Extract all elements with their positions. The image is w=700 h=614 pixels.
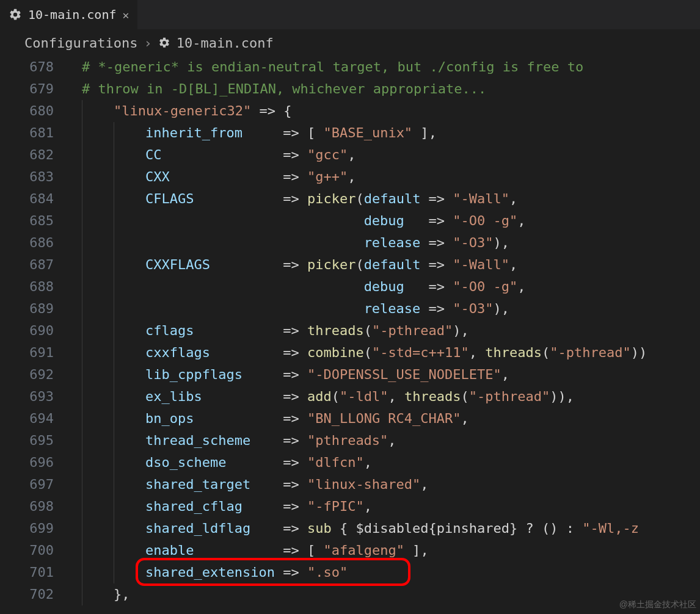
- line-number: 678: [0, 56, 67, 78]
- chevron-right-icon: ›: [144, 35, 151, 51]
- code-line[interactable]: 696dso_scheme => "dlfcn",: [0, 452, 700, 474]
- tab-filename: 10-main.conf: [28, 7, 117, 22]
- line-number: 698: [0, 496, 67, 518]
- code-line[interactable]: 700enable => [ "afalgeng" ],: [0, 540, 700, 562]
- code-content[interactable]: debug => "-O0 -g",: [145, 276, 526, 298]
- code-line[interactable]: 692lib_cppflags => "-DOPENSSL_USE_NODELE…: [0, 364, 700, 386]
- gear-icon: [9, 8, 22, 21]
- code-content[interactable]: cxxflags => combine("-std=c++11", thread…: [145, 342, 647, 364]
- tab-bar: 10-main.conf ✕: [0, 0, 700, 29]
- code-line[interactable]: 688 debug => "-O0 -g",: [0, 276, 700, 298]
- code-line[interactable]: 678# *-generic* is endian-neutral target…: [0, 56, 700, 78]
- watermark: @稀土掘金技术社区: [619, 599, 696, 610]
- line-number: 690: [0, 320, 67, 342]
- code-line[interactable]: 685 debug => "-O0 -g",: [0, 210, 700, 232]
- code-line[interactable]: 693ex_libs => add("-ldl", threads("-pthr…: [0, 386, 700, 408]
- line-number: 696: [0, 452, 67, 474]
- code-content[interactable]: release => "-O3"),: [145, 298, 509, 320]
- breadcrumb-file[interactable]: 10-main.conf: [177, 35, 274, 51]
- code-line[interactable]: 691cxxflags => combine("-std=c++11", thr…: [0, 342, 700, 364]
- line-number: 700: [0, 540, 67, 562]
- code-line[interactable]: 679# throw in -D[BL]_ENDIAN, whichever a…: [0, 78, 700, 100]
- code-content[interactable]: "linux-generic32" => {: [114, 100, 291, 122]
- code-line[interactable]: 689 release => "-O3"),: [0, 298, 700, 320]
- code-line[interactable]: 690cflags => threads("-pthread"),: [0, 320, 700, 342]
- code-editor[interactable]: 678# *-generic* is endian-neutral target…: [0, 56, 700, 605]
- code-content[interactable]: ex_libs => add("-ldl", threads("-pthread…: [145, 386, 574, 408]
- line-number: 684: [0, 188, 67, 210]
- code-content[interactable]: # *-generic* is endian-neutral target, b…: [82, 56, 583, 78]
- code-content[interactable]: shared_extension => ".so": [145, 562, 348, 583]
- close-icon[interactable]: ✕: [123, 9, 129, 21]
- line-number: 680: [0, 100, 67, 122]
- line-number: 697: [0, 474, 67, 496]
- code-line[interactable]: 694bn_ops => "BN_LLONG RC4_CHAR",: [0, 408, 700, 430]
- code-line[interactable]: 695thread_scheme => "pthreads",: [0, 430, 700, 452]
- line-number: 693: [0, 386, 67, 408]
- line-number: 686: [0, 232, 67, 254]
- code-content[interactable]: enable => [ "afalgeng" ],: [145, 540, 429, 562]
- code-content[interactable]: release => "-O3"),: [145, 232, 509, 254]
- code-line[interactable]: 681inherit_from => [ "BASE_unix" ],: [0, 122, 700, 144]
- code-content[interactable]: shared_ldflag => sub { $disabled{pinshar…: [145, 518, 639, 540]
- code-content[interactable]: CXX => "g++",: [145, 166, 355, 188]
- code-content[interactable]: thread_scheme => "pthreads",: [145, 430, 396, 452]
- code-content[interactable]: dso_scheme => "dlfcn",: [145, 452, 372, 474]
- code-content[interactable]: # throw in -D[BL]_ENDIAN, whichever appr…: [82, 78, 486, 100]
- code-content[interactable]: CFLAGS => picker(default => "-Wall",: [145, 188, 517, 210]
- line-number: 695: [0, 430, 67, 452]
- code-line[interactable]: 684CFLAGS => picker(default => "-Wall",: [0, 188, 700, 210]
- code-line[interactable]: 682CC => "gcc",: [0, 144, 700, 166]
- code-content[interactable]: bn_ops => "BN_LLONG RC4_CHAR",: [145, 408, 469, 430]
- code-line[interactable]: 699shared_ldflag => sub { $disabled{pins…: [0, 518, 700, 540]
- line-number: 681: [0, 122, 67, 144]
- code-line[interactable]: 686 release => "-O3"),: [0, 232, 700, 254]
- line-number: 683: [0, 166, 67, 188]
- line-number: 692: [0, 364, 67, 386]
- gear-icon: [158, 37, 170, 49]
- code-content[interactable]: cflags => threads("-pthread"),: [145, 320, 469, 342]
- code-line[interactable]: 683CXX => "g++",: [0, 166, 700, 188]
- code-content[interactable]: lib_cppflags => "-DOPENSSL_USE_NODELETE"…: [145, 364, 509, 386]
- line-number: 689: [0, 298, 67, 320]
- line-number: 701: [0, 562, 67, 583]
- line-number: 699: [0, 518, 67, 540]
- breadcrumb-folder[interactable]: Configurations: [24, 35, 137, 51]
- line-number: 691: [0, 342, 67, 364]
- line-number: 702: [0, 583, 67, 605]
- code-content[interactable]: shared_target => "linux-shared",: [145, 474, 429, 496]
- code-content[interactable]: debug => "-O0 -g",: [145, 210, 526, 232]
- code-line[interactable]: 680"linux-generic32" => {: [0, 100, 700, 122]
- code-line[interactable]: 687CXXFLAGS => picker(default => "-Wall"…: [0, 254, 700, 276]
- code-content[interactable]: CC => "gcc",: [145, 144, 355, 166]
- line-number: 694: [0, 408, 67, 430]
- code-content[interactable]: inherit_from => [ "BASE_unix" ],: [145, 122, 437, 144]
- code-line[interactable]: 702},: [0, 583, 700, 605]
- code-content[interactable]: shared_cflag => "-fPIC",: [145, 496, 372, 518]
- code-content[interactable]: },: [114, 583, 130, 605]
- tab-file[interactable]: 10-main.conf ✕: [0, 0, 138, 29]
- code-line[interactable]: 698shared_cflag => "-fPIC",: [0, 496, 700, 518]
- breadcrumb[interactable]: Configurations › 10-main.conf: [0, 29, 700, 56]
- line-number: 687: [0, 254, 67, 276]
- line-number: 688: [0, 276, 67, 298]
- line-number: 685: [0, 210, 67, 232]
- code-content[interactable]: CXXFLAGS => picker(default => "-Wall",: [145, 254, 517, 276]
- line-number: 682: [0, 144, 67, 166]
- code-line[interactable]: 701shared_extension => ".so": [0, 562, 700, 583]
- line-number: 679: [0, 78, 67, 100]
- code-line[interactable]: 697shared_target => "linux-shared",: [0, 474, 700, 496]
